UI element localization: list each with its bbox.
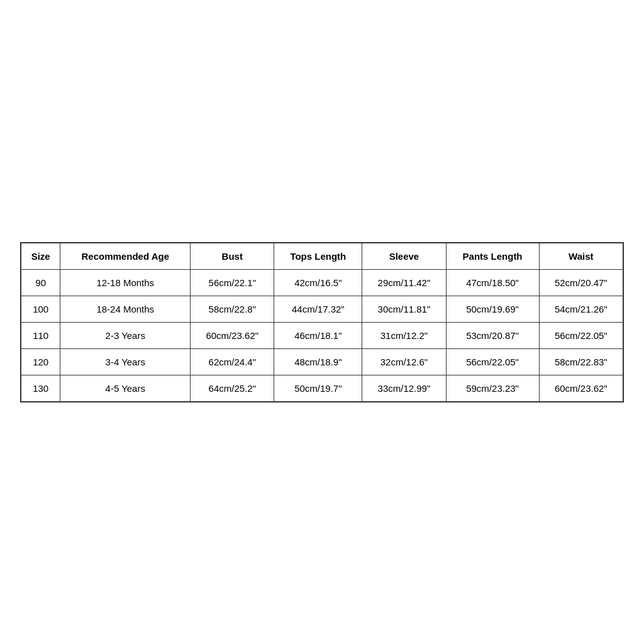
- table-row: 10018-24 Months58cm/22.8"44cm/17.32"30cm…: [21, 296, 623, 322]
- cell-waist: 52cm/20.47": [539, 269, 623, 296]
- cell-tops-length: 50cm/19.7": [274, 375, 362, 402]
- cell-tops-length: 48cm/18.9": [274, 348, 362, 375]
- cell-age: 3-4 Years: [60, 348, 191, 375]
- table-row: 1102-3 Years60cm/23.62"46cm/18.1"31cm/12…: [21, 322, 623, 348]
- header-tops-length: Tops Length: [274, 243, 362, 270]
- table-row: 9012-18 Months56cm/22.1"42cm/16.5"29cm/1…: [21, 269, 623, 296]
- cell-sleeve: 31cm/12.2": [362, 322, 446, 348]
- cell-bust: 60cm/23.62": [191, 322, 274, 348]
- cell-size: 110: [21, 322, 60, 348]
- cell-size: 130: [21, 375, 60, 402]
- cell-pants-length: 47cm/18.50": [446, 269, 539, 296]
- table-row: 1203-4 Years62cm/24.4"48cm/18.9"32cm/12.…: [21, 348, 623, 375]
- header-waist: Waist: [539, 243, 623, 270]
- cell-sleeve: 29cm/11.42": [362, 269, 446, 296]
- cell-age: 12-18 Months: [60, 269, 191, 296]
- cell-tops-length: 44cm/17.32": [274, 296, 362, 322]
- cell-waist: 60cm/23.62": [539, 375, 623, 402]
- size-chart-wrapper: Size Recommended Age Bust Tops Length Sl…: [20, 242, 624, 402]
- cell-bust: 62cm/24.4": [191, 348, 274, 375]
- cell-waist: 56cm/22.05": [539, 322, 623, 348]
- cell-size: 120: [21, 348, 60, 375]
- table-row: 1304-5 Years64cm/25.2"50cm/19.7"33cm/12.…: [21, 375, 623, 402]
- header-recommended-age: Recommended Age: [60, 243, 191, 270]
- table-header-row: Size Recommended Age Bust Tops Length Sl…: [21, 243, 623, 270]
- cell-age: 2-3 Years: [60, 322, 191, 348]
- cell-age: 18-24 Months: [60, 296, 191, 322]
- cell-tops-length: 42cm/16.5": [274, 269, 362, 296]
- header-size: Size: [21, 243, 60, 270]
- cell-waist: 58cm/22.83": [539, 348, 623, 375]
- cell-sleeve: 32cm/12.6": [362, 348, 446, 375]
- size-chart-table: Size Recommended Age Bust Tops Length Sl…: [20, 242, 624, 402]
- cell-pants-length: 53cm/20.87": [446, 322, 539, 348]
- cell-waist: 54cm/21.26": [539, 296, 623, 322]
- header-pants-length: Pants Length: [446, 243, 539, 270]
- cell-bust: 56cm/22.1": [191, 269, 274, 296]
- cell-tops-length: 46cm/18.1": [274, 322, 362, 348]
- cell-sleeve: 30cm/11.81": [362, 296, 446, 322]
- cell-sleeve: 33cm/12.99": [362, 375, 446, 402]
- cell-size: 90: [21, 269, 60, 296]
- header-sleeve: Sleeve: [362, 243, 446, 270]
- cell-age: 4-5 Years: [60, 375, 191, 402]
- cell-pants-length: 56cm/22.05": [446, 348, 539, 375]
- cell-pants-length: 50cm/19.69": [446, 296, 539, 322]
- header-bust: Bust: [191, 243, 274, 270]
- cell-bust: 64cm/25.2": [191, 375, 274, 402]
- cell-bust: 58cm/22.8": [191, 296, 274, 322]
- cell-pants-length: 59cm/23.23": [446, 375, 539, 402]
- cell-size: 100: [21, 296, 60, 322]
